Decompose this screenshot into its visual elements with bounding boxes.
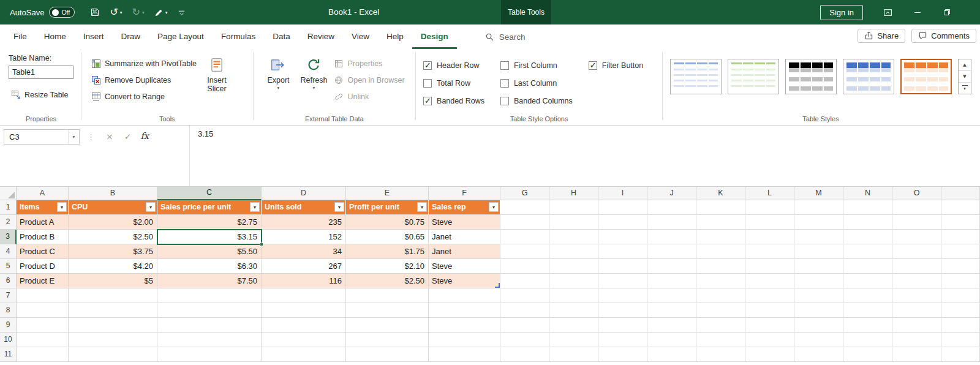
column-header-C[interactable]: C [157,187,262,200]
cell-B5[interactable]: $4.20 [69,259,157,274]
filter-button-A1[interactable]: ▾ [57,202,67,212]
cell-E4[interactable]: $1.75 [346,244,429,259]
checkbox-filter-button[interactable]: Filter Button [589,56,643,74]
cell-C6[interactable]: $7.50 [157,274,262,288]
tab-draw[interactable]: Draw [113,24,149,49]
cell-N4[interactable] [843,244,892,259]
cell-F9[interactable] [429,318,500,333]
autosave-toggle[interactable]: AutoSave Off [10,7,75,18]
row-header-9[interactable]: 9 [0,318,17,333]
cell-G5[interactable] [500,259,549,274]
cell-C5[interactable]: $6.30 [157,259,262,274]
cell-H4[interactable] [549,244,598,259]
cell-M10[interactable] [794,333,843,347]
cell-A8[interactable] [17,303,69,318]
cell-B4[interactable]: $3.75 [69,244,157,259]
tab-file[interactable]: File [5,24,36,49]
cell-C11[interactable] [157,347,262,362]
cell-O8[interactable] [892,303,941,318]
checkbox-total-row[interactable]: Total Row [423,74,484,92]
cell-D2[interactable]: 235 [262,215,346,230]
cell-I6[interactable] [598,274,647,288]
cell-F11[interactable] [429,347,500,362]
refresh-button[interactable]: Refresh ▾ [296,53,331,105]
cell-H1[interactable] [549,200,598,215]
cell-K7[interactable] [696,288,745,303]
column-header-M[interactable]: M [794,187,843,200]
cell-A11[interactable] [17,347,69,362]
refresh-dropdown-icon[interactable]: ▾ [313,86,315,91]
tab-view[interactable]: View [343,24,378,49]
cell-N7[interactable] [843,288,892,303]
column-header-J[interactable]: J [647,187,696,200]
row-header-5[interactable]: 5 [0,259,17,274]
cell-N5[interactable] [843,259,892,274]
cell-O10[interactable] [892,333,941,347]
cell-K8[interactable] [696,303,745,318]
minimize-button[interactable] [913,7,922,17]
cell-B3[interactable]: $2.50 [69,230,157,244]
cell-D1[interactable]: Units sold▾ [262,200,346,215]
cell-I9[interactable] [598,318,647,333]
cell-H9[interactable] [549,318,598,333]
cell-L9[interactable] [745,318,794,333]
tab-insert[interactable]: Insert [75,24,113,49]
undo-button[interactable]: ↺ ▾ [107,7,125,17]
cell-E2[interactable]: $0.75 [346,215,429,230]
row-header-8[interactable]: 8 [0,303,17,318]
cell-J3[interactable] [647,230,696,244]
cell-J4[interactable] [647,244,696,259]
cell-J5[interactable] [647,259,696,274]
cell-G6[interactable] [500,274,549,288]
cell-K6[interactable] [696,274,745,288]
cancel-icon[interactable]: × [106,132,113,141]
cell-O11[interactable] [892,347,941,362]
column-header-G[interactable]: G [500,187,549,200]
column-header-H[interactable]: H [549,187,598,200]
cell-D10[interactable] [262,333,346,347]
cell-B6[interactable]: $5 [69,274,157,288]
cell-F8[interactable] [429,303,500,318]
cell-L5[interactable] [745,259,794,274]
cell-C8[interactable] [157,303,262,318]
cell-G1[interactable] [500,200,549,215]
cell-K2[interactable] [696,215,745,230]
cell-F2[interactable]: Steve [429,215,500,230]
checkbox-box-last-column[interactable] [500,79,509,88]
cell-B2[interactable]: $2.00 [69,215,157,230]
cell-O6[interactable] [892,274,941,288]
cell-A10[interactable] [17,333,69,347]
cell-M11[interactable] [794,347,843,362]
cell-J11[interactable] [647,347,696,362]
tab-review[interactable]: Review [299,24,343,49]
cell-I10[interactable] [598,333,647,347]
cell-I2[interactable] [598,215,647,230]
cell-L6[interactable] [745,274,794,288]
cell-A9[interactable] [17,318,69,333]
cell-C10[interactable] [157,333,262,347]
select-all-corner[interactable] [0,187,17,200]
sign-in-button[interactable]: Sign in [820,5,863,20]
cell-M2[interactable] [794,215,843,230]
cell-O3[interactable] [892,230,941,244]
styles-scroll-down-button[interactable]: ▼ [959,71,971,83]
cell-J2[interactable] [647,215,696,230]
cell-L11[interactable] [745,347,794,362]
column-header-A[interactable]: A [17,187,69,200]
cell-B1[interactable]: CPU▾ [69,200,157,215]
cell-J1[interactable] [647,200,696,215]
cell-O9[interactable] [892,318,941,333]
cell-K10[interactable] [696,333,745,347]
column-header-D[interactable]: D [262,187,346,200]
name-box-dropdown-icon[interactable]: ▾ [68,130,79,144]
checkbox-box-first-column[interactable] [500,61,509,70]
cell-F7[interactable] [429,288,500,303]
insert-slicer-button[interactable]: Insert Slicer [199,53,235,105]
cell-E11[interactable] [346,347,429,362]
column-header-L[interactable]: L [745,187,794,200]
filter-button-F1[interactable]: ▾ [489,202,499,212]
cell-L1[interactable] [745,200,794,215]
tab-help[interactable]: Help [378,24,412,49]
cell-H5[interactable] [549,259,598,274]
cell-M7[interactable] [794,288,843,303]
